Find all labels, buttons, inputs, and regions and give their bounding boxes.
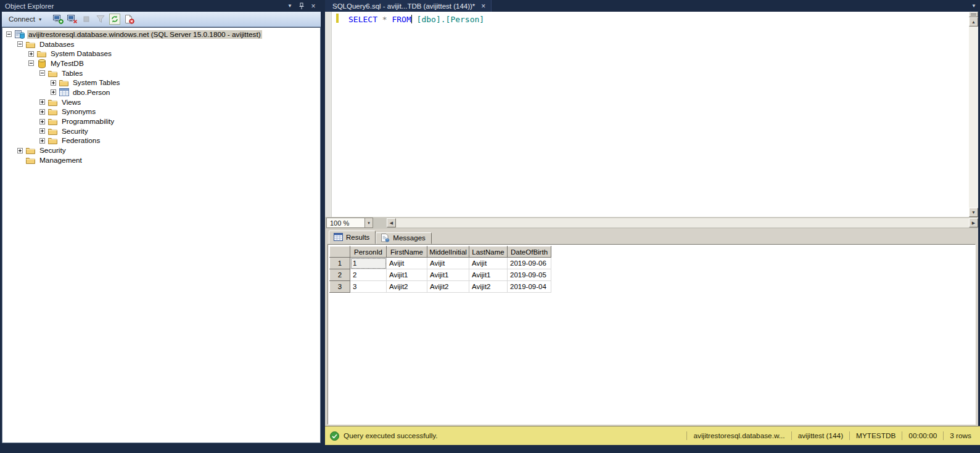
tree-item[interactable]: Databases	[2, 39, 320, 49]
query-tab-title: SQLQuery6.sql - avijit...TDB (avijittest…	[332, 2, 475, 10]
grid-cell[interactable]: Avijit	[387, 258, 427, 269]
grid-cell[interactable]: Avijit1	[387, 269, 427, 281]
tree-item-label[interactable]: Views	[60, 98, 82, 107]
tree-item[interactable]: Tables	[2, 68, 320, 78]
results-tab-bar: ResultsMessages	[329, 231, 432, 244]
tree-item[interactable]: Security	[2, 145, 320, 155]
expand-icon[interactable]	[51, 80, 56, 86]
expand-icon[interactable]	[39, 109, 45, 115]
tree-item-label[interactable]: MyTestDB	[49, 59, 85, 68]
grid-cell[interactable]: Avijit1	[427, 269, 469, 281]
expand-icon[interactable]	[39, 128, 45, 134]
tree-item-label[interactable]: System Databases	[49, 49, 113, 58]
tree-item-label[interactable]: System Tables	[72, 78, 121, 87]
tree-item[interactable]: Programmability	[2, 116, 320, 126]
status-segment: 3 rows	[943, 431, 978, 440]
tab-messages[interactable]: Messages	[376, 232, 431, 244]
tab-results[interactable]: Results	[329, 231, 376, 244]
tree-item[interactable]: System Databases	[2, 49, 320, 59]
expand-icon[interactable]	[17, 148, 23, 153]
tree-item[interactable]: avijitrestoresql.database.windows.net (S…	[2, 30, 320, 39]
tree-item-label[interactable]: Synonyms	[60, 107, 97, 116]
connect-button[interactable]: Connect ▼	[4, 14, 47, 25]
column-header[interactable]: DateOfBirth	[508, 247, 551, 258]
tree-item[interactable]: Views	[2, 97, 320, 107]
scroll-down-icon[interactable]: ▼	[969, 208, 978, 217]
sql-code-line[interactable]: SELECT * FROM [dbo].[Person]	[348, 15, 484, 24]
tree-item-label[interactable]: Management	[38, 156, 83, 165]
query-document-tab[interactable]: SQLQuery6.sql - avijit...TDB (avijittest…	[325, 0, 492, 12]
column-header[interactable]: MiddelInitial	[427, 247, 469, 258]
tree-item-label[interactable]: Security	[60, 127, 89, 136]
grid-cell[interactable]: 2019-09-06	[508, 258, 551, 269]
ssms-window: Object Explorer ▼ × Connect ▼ avijitrest…	[0, 0, 980, 453]
tab-label: Messages	[393, 234, 425, 242]
tree-item[interactable]: Management	[2, 155, 320, 165]
tree-item-label[interactable]: avijitrestoresql.database.windows.net (S…	[27, 30, 262, 39]
expand-icon[interactable]	[28, 51, 34, 57]
status-message-text: Query executed successfully.	[344, 431, 438, 440]
editor-vertical-scrollbar[interactable]: ▲ ▼	[969, 12, 978, 217]
tree-item[interactable]: dbo.Person	[2, 88, 320, 97]
tree-item-label[interactable]: Programmability	[60, 117, 115, 126]
editor-splitter-handle[interactable]	[969, 12, 978, 17]
refresh-icon[interactable]	[108, 13, 122, 26]
scroll-right-icon[interactable]: ▶	[969, 218, 978, 227]
grid-cell[interactable]: 3	[350, 281, 387, 293]
folder-icon	[47, 107, 58, 116]
tree-item[interactable]: System Tables	[2, 78, 320, 88]
column-header[interactable]: FirstName	[387, 247, 427, 258]
column-header[interactable]: PersonId	[350, 247, 387, 258]
grid-cell[interactable]: 2	[350, 269, 387, 281]
close-icon[interactable]: ×	[309, 2, 318, 10]
expand-icon[interactable]	[39, 138, 45, 144]
window-position-icon[interactable]: ▼	[286, 2, 294, 10]
grid-cell[interactable]: Avijit	[469, 258, 508, 269]
disconnect-server-icon[interactable]	[65, 13, 80, 26]
tree-item[interactable]: Federations	[2, 136, 320, 146]
chevron-down-icon[interactable]: ▼	[364, 218, 373, 227]
zoom-level-select[interactable]: 100 % ▼	[326, 218, 373, 228]
tree-item-label[interactable]: Federations	[60, 136, 101, 145]
tree-item-label[interactable]: Databases	[38, 40, 75, 49]
column-header[interactable]: LastName	[469, 247, 508, 258]
scroll-up-icon[interactable]: ▲	[969, 17, 978, 27]
grid-cell[interactable]: Avijit	[427, 258, 469, 269]
expand-icon[interactable]	[51, 89, 56, 95]
row-header[interactable]: 1	[330, 258, 350, 269]
collapse-icon[interactable]	[39, 70, 45, 76]
delete-icon[interactable]	[122, 13, 136, 26]
tree-item[interactable]: Security	[2, 126, 320, 136]
tree-item-label[interactable]: dbo.Person	[72, 88, 111, 97]
connect-server-icon[interactable]	[51, 13, 65, 26]
collapse-icon[interactable]	[28, 60, 34, 66]
grid-cell[interactable]: Avijit1	[469, 269, 508, 281]
grid-cell[interactable]: Avijit2	[469, 281, 508, 293]
object-explorer-tree: avijitrestoresql.database.windows.net (S…	[2, 27, 321, 443]
grid-corner-header[interactable]	[330, 247, 350, 258]
folder-icon	[36, 49, 47, 59]
tree-item-label[interactable]: Tables	[60, 69, 84, 78]
row-header[interactable]: 3	[330, 281, 350, 293]
sql-token-operator: *	[382, 15, 387, 24]
row-header[interactable]: 2	[330, 269, 350, 281]
tab-close-icon[interactable]: ×	[481, 3, 485, 9]
collapse-icon[interactable]	[17, 41, 23, 47]
sql-editor[interactable]: SELECT * FROM [dbo].[Person]	[325, 12, 969, 217]
grid-cell[interactable]: Avijit2	[427, 281, 469, 293]
collapse-icon[interactable]	[6, 31, 12, 37]
tab-list-chevron-icon[interactable]: ▼	[971, 3, 976, 9]
grid-cell[interactable]: 2019-09-04	[508, 281, 551, 293]
scroll-left-icon[interactable]: ◀	[387, 218, 396, 227]
grid-cell[interactable]: Avijit2	[387, 281, 427, 293]
expand-icon[interactable]	[39, 119, 45, 124]
editor-horizontal-scrollbar[interactable]	[396, 218, 969, 227]
grid-cell[interactable]: 2019-09-05	[508, 269, 551, 281]
grid-cell[interactable]: 1	[350, 258, 387, 269]
tree-item-label[interactable]: Security	[38, 146, 67, 155]
pin-icon[interactable]	[297, 2, 306, 10]
expand-icon[interactable]	[39, 99, 45, 105]
tree-item[interactable]: Synonyms	[2, 107, 320, 117]
filter-icon	[94, 13, 108, 26]
tree-item[interactable]: MyTestDB	[2, 59, 320, 68]
